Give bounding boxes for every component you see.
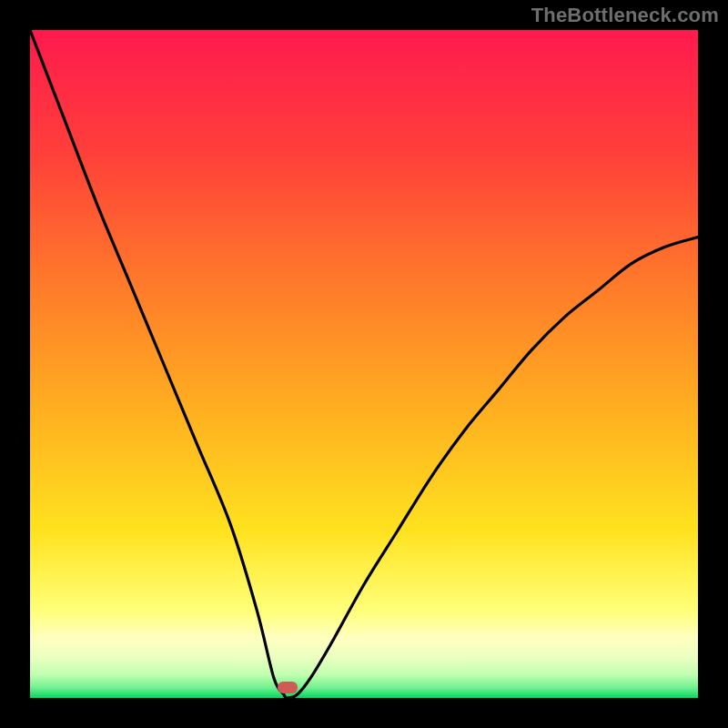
chart-frame: TheBottleneck.com <box>0 0 728 728</box>
optimum-marker <box>278 682 298 693</box>
bottleneck-curve <box>30 30 698 698</box>
watermark-text: TheBottleneck.com <box>531 4 719 27</box>
plot-area <box>30 30 698 698</box>
